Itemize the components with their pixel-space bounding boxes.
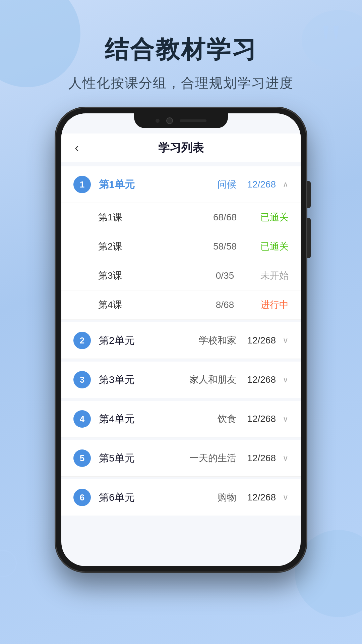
sub-title: 人性化按课分组，合理规划学习进度 [0, 74, 362, 92]
chevron-down-icon-2: ∨ [283, 336, 289, 345]
unit-4-name: 第4单元 [99, 412, 218, 426]
unit-3-name: 第3单元 [99, 373, 189, 387]
unit-badge-6: 6 [73, 489, 91, 506]
unit-5-progress: 12/268 [247, 453, 276, 464]
chevron-down-icon-5: ∨ [283, 453, 289, 463]
unit-5-name: 第5单元 [99, 451, 189, 465]
back-button[interactable]: ‹ [75, 141, 79, 155]
notch-speaker [180, 119, 206, 122]
phone-outer: ‹ 学习列表 1 第1单元 问候 12/268 ∧ 第1课 [55, 107, 307, 572]
bg-circle-bottom-left [0, 550, 17, 577]
unit-4-topic: 饮食 [218, 413, 236, 425]
screen: ‹ 学习列表 1 第1单元 问候 12/268 ∧ 第1课 [61, 113, 301, 566]
unit-4-progress: 12/268 [247, 414, 276, 424]
unit-1-topic: 问候 [218, 178, 236, 191]
app-navbar: ‹ 学习列表 [61, 133, 301, 162]
unit-row-3[interactable]: 3 第3单元 家人和朋友 12/268 ∨ [61, 359, 301, 398]
lesson-3-name: 第3课 [98, 269, 205, 282]
chevron-up-icon-1: ∧ [283, 180, 289, 189]
phone-notch [134, 113, 228, 128]
main-title: 结合教材学习 [0, 34, 362, 66]
unit-2-progress: 12/268 [247, 335, 276, 346]
unit-2-topic: 学校和家 [199, 334, 236, 347]
unit-badge-3: 3 [73, 371, 91, 388]
lesson-1-count: 68/68 [205, 212, 245, 223]
unit-row-2[interactable]: 2 第2单元 学校和家 12/268 ∨ [61, 320, 301, 359]
lesson-row-1[interactable]: 第1课 68/68 已通关 [61, 203, 301, 232]
lesson-4-status: 进行中 [258, 299, 289, 311]
nav-title: 学习列表 [158, 140, 204, 156]
unit-1-progress: 12/268 [247, 179, 276, 190]
header-section: 结合教材学习 人性化按课分组，合理规划学习进度 [0, 0, 362, 92]
unit-6-name: 第6单元 [99, 491, 218, 504]
unit-badge-5: 5 [73, 449, 91, 467]
chevron-down-icon-3: ∨ [283, 375, 289, 384]
notch-sensor [156, 119, 160, 123]
lesson-3-count: 0/35 [205, 270, 245, 281]
unit-badge-1: 1 [73, 176, 91, 193]
unit-5-topic: 一天的生活 [189, 452, 236, 465]
unit-3-topic: 家人和朋友 [189, 373, 236, 386]
unit-row-6[interactable]: 6 第6单元 购物 12/268 ∨ [61, 477, 301, 516]
unit-3-progress: 12/268 [247, 374, 276, 385]
unit-row-4[interactable]: 4 第4单元 饮食 12/268 ∨ [61, 398, 301, 437]
lesson-4-count: 8/68 [205, 300, 245, 310]
lesson-row-3[interactable]: 第3课 0/35 未开始 [61, 261, 301, 290]
lesson-4-name: 第4课 [98, 299, 205, 311]
phone-inner: ‹ 学习列表 1 第1单元 问候 12/268 ∧ 第1课 [61, 113, 301, 566]
notch-camera [166, 117, 173, 124]
unit-badge-4: 4 [73, 410, 91, 428]
unit-badge-2: 2 [73, 332, 91, 349]
lesson-row-2[interactable]: 第2课 58/58 已通关 [61, 232, 301, 261]
lesson-2-status: 已通关 [258, 240, 289, 253]
unit-6-topic: 购物 [218, 491, 236, 504]
unit-1-name: 第1单元 [99, 178, 218, 192]
lesson-3-status: 未开始 [258, 269, 289, 282]
lesson-2-count: 58/58 [205, 241, 245, 252]
phone-mockup: ‹ 学习列表 1 第1单元 问候 12/268 ∧ 第1课 [55, 107, 307, 572]
lesson-2-name: 第2课 [98, 240, 205, 253]
unit-2-name: 第2单元 [99, 334, 199, 347]
unit-row-1[interactable]: 1 第1单元 问候 12/268 ∧ [61, 166, 301, 203]
lesson-row-4[interactable]: 第4课 8/68 进行中 [61, 290, 301, 320]
unit-row-5[interactable]: 5 第5单元 一天的生活 12/268 ∨ [61, 437, 301, 477]
chevron-down-icon-4: ∨ [283, 414, 289, 424]
unit-list: 1 第1单元 问候 12/268 ∧ 第1课 68/68 已通关 第2课 [61, 166, 301, 320]
chevron-down-icon-6: ∨ [283, 493, 289, 502]
lesson-1-status: 已通关 [258, 211, 289, 224]
unit-6-progress: 12/268 [247, 492, 276, 503]
lesson-1-name: 第1课 [98, 211, 205, 224]
